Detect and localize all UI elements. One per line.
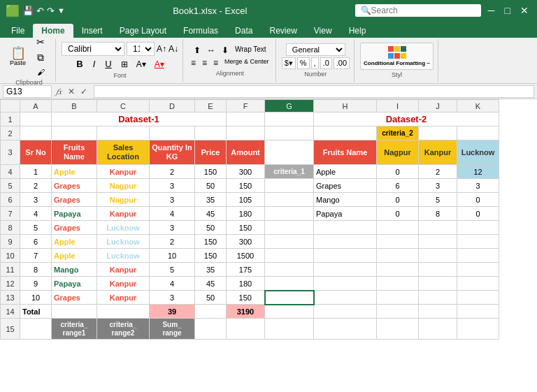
cell-G7[interactable] — [265, 207, 314, 221]
decrease-font-icon[interactable]: A↓ — [169, 44, 178, 54]
cell-D13[interactable]: 3 — [150, 291, 195, 305]
col-header-F[interactable]: F — [227, 100, 265, 112]
cell-B8[interactable]: Grapes — [52, 221, 97, 235]
cell-F1[interactable] — [227, 112, 265, 126]
cell-A11[interactable]: 8 — [20, 263, 52, 277]
cell-A15[interactable] — [20, 319, 52, 340]
number-format-selector[interactable]: General — [286, 43, 345, 56]
cell-I12[interactable] — [377, 277, 419, 291]
cell-E5[interactable]: 50 — [195, 179, 227, 193]
row-header-14[interactable]: 14 — [1, 305, 20, 319]
cell-J6[interactable]: 5 — [419, 193, 457, 207]
cell-E2[interactable] — [195, 126, 227, 140]
cell-B1[interactable]: Dataset-1 — [52, 112, 227, 126]
cell-D12[interactable]: 4 — [150, 277, 195, 291]
cell-K14[interactable] — [457, 305, 499, 319]
formula-enter-icon[interactable]: ✓ — [78, 87, 90, 96]
cell-G13[interactable] — [265, 291, 314, 305]
cell-H11[interactable] — [314, 263, 377, 277]
cell-G5[interactable] — [265, 179, 314, 193]
cell-A2[interactable] — [20, 126, 52, 140]
cell-B12[interactable]: Papaya — [52, 277, 97, 291]
undo-icon[interactable]: ↶ — [36, 6, 44, 16]
cell-F9[interactable]: 300 — [227, 235, 265, 249]
search-box[interactable]: 🔍 — [355, 4, 481, 17]
cell-A10[interactable]: 7 — [20, 249, 52, 263]
cell-A7[interactable]: 4 — [20, 207, 52, 221]
cell-D2[interactable] — [150, 126, 195, 140]
tab-review[interactable]: Review — [261, 24, 305, 38]
minimize-icon[interactable]: ─ — [485, 5, 498, 16]
cell-G1[interactable] — [265, 112, 314, 126]
cell-K7[interactable]: 0 — [457, 207, 499, 221]
align-left-button[interactable]: ≡ — [189, 57, 198, 68]
format-painter-button[interactable]: 🖌 — [30, 66, 51, 78]
cell-H13[interactable] — [314, 291, 377, 305]
cell-J5[interactable]: 3 — [419, 179, 457, 193]
cell-E4[interactable]: 150 — [195, 165, 227, 179]
cell-A3[interactable]: Sr No — [20, 140, 52, 165]
cell-J9[interactable] — [419, 235, 457, 249]
cell-E11[interactable]: 35 — [195, 263, 227, 277]
cell-K6[interactable]: 0 — [457, 193, 499, 207]
cell-C3[interactable]: Sales Location — [97, 140, 150, 165]
cell-E6[interactable]: 35 — [195, 193, 227, 207]
cell-A13[interactable]: 10 — [20, 291, 52, 305]
cell-K9[interactable] — [457, 235, 499, 249]
cell-G4[interactable]: criteria_1 — [265, 165, 314, 179]
tab-data[interactable]: Data — [227, 24, 261, 38]
col-header-E[interactable]: E — [195, 100, 227, 112]
cell-F11[interactable]: 175 — [227, 263, 265, 277]
cell-I14[interactable] — [377, 305, 419, 319]
cell-G15[interactable] — [265, 319, 314, 340]
cell-C14[interactable] — [97, 305, 150, 319]
cell-J15[interactable] — [419, 319, 457, 340]
cell-G9[interactable] — [265, 235, 314, 249]
cell-H14[interactable] — [314, 305, 377, 319]
cell-H10[interactable] — [314, 249, 377, 263]
maximize-icon[interactable]: □ — [502, 5, 513, 16]
row-header-2[interactable]: 2 — [1, 126, 20, 140]
col-header-A[interactable]: A — [20, 100, 52, 112]
cell-K4[interactable]: 12 — [457, 165, 499, 179]
cell-G3[interactable] — [265, 140, 314, 165]
cell-K2[interactable] — [457, 126, 499, 140]
align-top-button[interactable]: ⬆ — [192, 45, 203, 56]
row-header-8[interactable]: 8 — [1, 221, 20, 235]
tab-page-layout[interactable]: Page Layout — [111, 24, 175, 38]
cell-C12[interactable]: Kanpur — [97, 277, 150, 291]
increase-font-icon[interactable]: A↑ — [157, 44, 166, 54]
formula-check-icon[interactable]: ✕ — [66, 87, 77, 96]
cell-H9[interactable] — [314, 235, 377, 249]
save-icon[interactable]: 💾 — [22, 6, 34, 16]
merge-center-button[interactable]: Merge & Center — [222, 57, 271, 68]
cell-C11[interactable]: Kanpur — [97, 263, 150, 277]
formula-input[interactable] — [94, 85, 534, 98]
increase-decimal-button[interactable]: .0 — [320, 57, 332, 69]
cut-button[interactable]: ✂ — [30, 35, 51, 49]
cell-D5[interactable]: 3 — [150, 179, 195, 193]
cell-I7[interactable]: 0 — [377, 207, 419, 221]
cell-F5[interactable]: 150 — [227, 179, 265, 193]
cell-C5[interactable]: Nagpur — [97, 179, 150, 193]
cell-B13[interactable]: Grapes — [52, 291, 97, 305]
cell-B2[interactable] — [52, 126, 97, 140]
cell-K8[interactable] — [457, 221, 499, 235]
cell-J11[interactable] — [419, 263, 457, 277]
row-header-12[interactable]: 12 — [1, 277, 20, 291]
row-header-3[interactable]: 3 — [1, 140, 20, 165]
col-header-C[interactable]: C — [97, 100, 150, 112]
cell-E7[interactable]: 45 — [195, 207, 227, 221]
conditional-formatting-button[interactable]: Conditional Formatting ~ — [360, 43, 434, 71]
copy-button[interactable]: ⧉ — [30, 50, 51, 65]
cell-I5[interactable]: 6 — [377, 179, 419, 193]
cell-B6[interactable]: Grapes — [52, 193, 97, 207]
cell-C4[interactable]: Kanpur — [97, 165, 150, 179]
align-center-button[interactable]: ≡ — [200, 57, 209, 68]
cell-J10[interactable] — [419, 249, 457, 263]
row-header-10[interactable]: 10 — [1, 249, 20, 263]
cell-D4[interactable]: 2 — [150, 165, 195, 179]
cell-E12[interactable]: 45 — [195, 277, 227, 291]
font-name-selector[interactable]: Calibri — [62, 42, 124, 56]
search-input[interactable] — [371, 6, 469, 15]
